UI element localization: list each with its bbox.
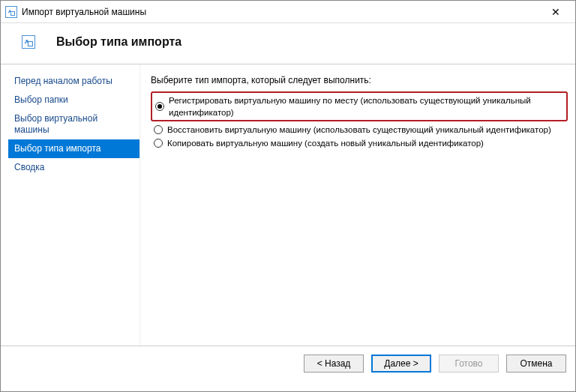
- wizard-header: Выбор типа импорта: [1, 23, 575, 64]
- close-icon[interactable]: ✕: [541, 6, 571, 18]
- option-copy[interactable]: Копировать виртуальную машину (создать н…: [151, 136, 568, 150]
- sidebar-item-select-vm[interactable]: Выбор виртуальной машины: [8, 109, 140, 139]
- import-type-options: Регистрировать виртуальную машину по мес…: [151, 91, 568, 150]
- svg-rect-0: [11, 11, 15, 15]
- import-icon: [22, 35, 35, 49]
- option-restore[interactable]: Восстановить виртуальную машину (использ…: [151, 123, 568, 136]
- sidebar-item-summary[interactable]: Сводка: [8, 158, 140, 177]
- sidebar-item-locate-folder[interactable]: Выбор папки: [8, 91, 140, 109]
- wizard-footer: < Назад Далее > Готово Отмена: [1, 346, 575, 380]
- next-button[interactable]: Далее >: [371, 355, 431, 373]
- cancel-button[interactable]: Отмена: [506, 355, 566, 373]
- wizard-main: Выберите тип импорта, который следует вы…: [140, 64, 575, 346]
- page-title: Выбор типа импорта: [56, 35, 182, 49]
- option-label: Регистрировать виртуальную машину по мес…: [169, 94, 563, 118]
- option-register-in-place[interactable]: Регистрировать виртуальную машину по мес…: [151, 91, 568, 121]
- titlebar: Импорт виртуальной машины ✕: [1, 1, 575, 23]
- finish-button: Готово: [439, 355, 499, 373]
- back-button[interactable]: < Назад: [304, 355, 364, 373]
- radio-icon[interactable]: [154, 139, 163, 148]
- instruction-text: Выберите тип импорта, который следует вы…: [151, 75, 568, 85]
- radio-icon[interactable]: [154, 125, 163, 134]
- radio-icon[interactable]: [155, 102, 164, 111]
- option-label: Восстановить виртуальную машину (использ…: [167, 124, 551, 136]
- app-icon: [5, 6, 17, 18]
- window-title: Импорт виртуальной машины: [22, 7, 541, 17]
- sidebar-item-before-you-begin[interactable]: Перед началом работы: [8, 72, 140, 91]
- option-label: Копировать виртуальную машину (создать н…: [167, 137, 484, 149]
- sidebar-item-import-type[interactable]: Выбор типа импорта: [8, 139, 140, 158]
- svg-rect-1: [28, 42, 33, 46]
- wizard-sidebar: Перед началом работы Выбор папки Выбор в…: [1, 64, 140, 346]
